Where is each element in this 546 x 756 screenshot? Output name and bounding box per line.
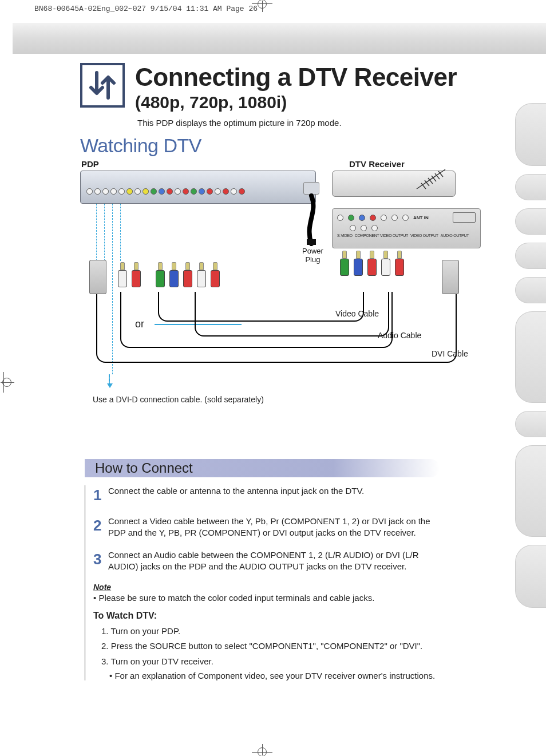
watching-dtv-heading: Watching DTV (80, 134, 492, 157)
power-socket (303, 182, 319, 195)
step-number: 1 (93, 485, 102, 505)
dvi-note-text: Use a DVI-D connection cable. (sold sepa… (93, 395, 264, 404)
dvi-plug (442, 260, 459, 294)
rca-plug-red (209, 262, 221, 293)
rca-plug-green (155, 262, 166, 293)
svg-rect-7 (307, 239, 316, 245)
svideo-label: S-VIDEO (337, 233, 353, 238)
pdp-rear-panel (80, 171, 316, 204)
side-tab (515, 208, 546, 235)
rca-plug-red (366, 251, 378, 282)
video-out-label: VIDEO OUTPUT (410, 233, 438, 238)
step-number: 3 (93, 549, 102, 573)
side-tab (515, 445, 546, 537)
page-subtitle: (480p, 720p, 1080i) (135, 93, 457, 112)
side-tabs (515, 103, 546, 608)
note-label: Note (93, 583, 440, 592)
crop-mark-bottom (252, 742, 272, 753)
audio-out-label: AUDIO OUTPUT (441, 233, 469, 238)
dvi-output-icon (453, 212, 476, 223)
step-number: 2 (93, 516, 102, 539)
component-out-label: COMPONENT VIDEO OUTPUT (355, 233, 408, 238)
side-tab (515, 243, 546, 269)
rca-plug-white (380, 251, 391, 282)
rca-plug-blue (168, 262, 180, 293)
print-preflight-header: BN68-00645A-02Eng_002~027 9/15/04 11:31 … (34, 5, 258, 13)
dtv-receiver-label: DTV Receiver (349, 159, 405, 169)
rca-plug-red (130, 262, 142, 293)
note-bullet: • Please be sure to match the color code… (93, 593, 440, 603)
dtv-output-panel: ANT IN S-VIDEO COMPONENT VIDEO OUTPUT VI… (332, 208, 481, 248)
svg-line-0 (417, 169, 445, 189)
page-title: Connecting a DTV Receiver (135, 63, 457, 92)
dvi-plug (89, 260, 106, 294)
dvi-cable-label: DVI Cable (432, 349, 468, 358)
power-cable (302, 193, 321, 246)
connection-diagram: PDP DTV Receiver (80, 159, 492, 411)
crop-mark-top (252, 3, 272, 14)
side-tab (515, 411, 546, 437)
page-header-bar (13, 22, 546, 54)
power-plug-label: Power Plug (302, 247, 323, 264)
pdp-label: PDP (81, 159, 99, 169)
rca-plug-green (339, 251, 350, 282)
side-tab (515, 277, 546, 303)
step-text: Connect an Audio cable between the COMPO… (108, 549, 440, 573)
to-watch-dtv-heading: To Watch DTV: (93, 611, 440, 621)
step-text: Connect the cable or antenna to the ante… (108, 485, 364, 505)
rca-plug-white (196, 262, 207, 293)
rca-plug-red (394, 251, 405, 282)
intro-text: This PDP displays the optimum picture in… (137, 118, 492, 128)
side-tab (515, 174, 546, 200)
to-watch-item: 3. Turn on your DTV receiver. (101, 656, 440, 667)
rca-plug-white (117, 262, 128, 293)
side-tab (515, 103, 546, 166)
how-to-connect-heading: How to Connect (85, 459, 440, 477)
ant-in-label: ANT IN (413, 215, 429, 220)
dvi-note-arrow-icon (109, 374, 110, 386)
to-watch-item: 1. Turn on your PDP. (101, 626, 440, 637)
audio-cable-label: Audio Cable (378, 331, 421, 340)
to-watch-sub-bullet: • For an explanation of Component video,… (109, 671, 440, 680)
to-watch-item: 2. Press the SOURCE button to select "CO… (101, 640, 440, 652)
connection-arrows-icon (80, 63, 125, 108)
rca-plug-red (182, 262, 193, 293)
side-tab (515, 311, 546, 403)
video-cable-label: Video Cable (335, 309, 379, 318)
antenna-icon (411, 167, 451, 190)
crop-mark-left (3, 372, 9, 393)
rca-plug-blue (353, 251, 364, 282)
step-text: Connect a Video cable between the Y, Pb,… (108, 516, 440, 539)
side-tab (515, 545, 546, 608)
